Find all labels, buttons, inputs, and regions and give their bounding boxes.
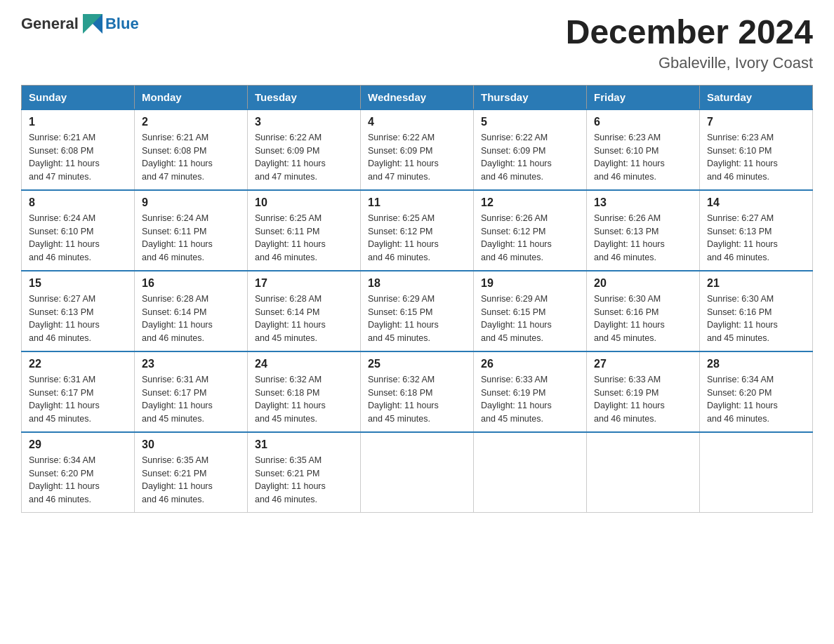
day-number: 10 [255,196,353,209]
calendar-day-cell: 22Sunrise: 6:31 AMSunset: 6:17 PMDayligh… [22,351,135,432]
day-info: Sunrise: 6:21 AMSunset: 6:08 PMDaylight:… [29,131,127,184]
calendar-day-cell [587,432,700,513]
day-number: 21 [707,277,805,290]
day-number: 27 [594,358,692,370]
day-info: Sunrise: 6:30 AMSunset: 6:16 PMDaylight:… [707,293,805,345]
calendar-week-row: 22Sunrise: 6:31 AMSunset: 6:17 PMDayligh… [22,351,813,432]
day-info: Sunrise: 6:27 AMSunset: 6:13 PMDaylight:… [707,212,805,264]
day-info: Sunrise: 6:28 AMSunset: 6:14 PMDaylight:… [142,293,240,345]
day-info: Sunrise: 6:29 AMSunset: 6:15 PMDaylight:… [368,293,466,345]
calendar-day-cell: 7Sunrise: 6:23 AMSunset: 6:10 PMDaylight… [700,109,813,190]
calendar-day-cell [361,432,474,513]
day-number: 22 [29,358,127,370]
day-number: 1 [29,116,127,128]
day-of-week-header: Sunday [22,85,135,109]
day-info: Sunrise: 6:22 AMSunset: 6:09 PMDaylight:… [481,131,579,184]
day-number: 14 [707,196,805,209]
day-number: 12 [481,196,579,209]
calendar-day-cell: 17Sunrise: 6:28 AMSunset: 6:14 PMDayligh… [248,271,361,351]
day-number: 17 [255,277,353,290]
day-info: Sunrise: 6:35 AMSunset: 6:21 PMDaylight:… [255,454,353,507]
day-number: 20 [594,277,692,290]
calendar-day-cell: 5Sunrise: 6:22 AMSunset: 6:09 PMDaylight… [474,109,587,190]
day-number: 25 [368,358,466,370]
day-number: 19 [481,277,579,290]
day-number: 30 [142,438,240,451]
day-info: Sunrise: 6:27 AMSunset: 6:13 PMDaylight:… [29,293,127,345]
day-number: 7 [707,116,805,128]
day-number: 4 [368,116,466,128]
day-number: 15 [29,277,127,290]
calendar-day-cell: 13Sunrise: 6:26 AMSunset: 6:13 PMDayligh… [587,190,700,271]
calendar-day-cell: 2Sunrise: 6:21 AMSunset: 6:08 PMDaylight… [135,109,248,190]
calendar-day-cell: 16Sunrise: 6:28 AMSunset: 6:14 PMDayligh… [135,271,248,351]
calendar-day-cell: 30Sunrise: 6:35 AMSunset: 6:21 PMDayligh… [135,432,248,513]
calendar-header-row: SundayMondayTuesdayWednesdayThursdayFrid… [22,85,813,109]
day-number: 23 [142,358,240,370]
day-number: 28 [707,358,805,370]
calendar-day-cell [474,432,587,513]
day-info: Sunrise: 6:34 AMSunset: 6:20 PMDaylight:… [29,454,127,507]
day-number: 3 [255,116,353,128]
day-number: 26 [481,358,579,370]
calendar-table: SundayMondayTuesdayWednesdayThursdayFrid… [21,85,813,513]
title-section: December 2024 Gbaleville, Ivory Coast [566,14,813,72]
day-of-week-header: Tuesday [248,85,361,109]
day-info: Sunrise: 6:32 AMSunset: 6:18 PMDaylight:… [255,373,353,426]
calendar-day-cell: 6Sunrise: 6:23 AMSunset: 6:10 PMDaylight… [587,109,700,190]
calendar-week-row: 29Sunrise: 6:34 AMSunset: 6:20 PMDayligh… [22,432,813,513]
day-info: Sunrise: 6:22 AMSunset: 6:09 PMDaylight:… [255,131,353,184]
calendar-day-cell: 20Sunrise: 6:30 AMSunset: 6:16 PMDayligh… [587,271,700,351]
day-number: 11 [368,196,466,209]
day-of-week-header: Monday [135,85,248,109]
calendar-day-cell: 26Sunrise: 6:33 AMSunset: 6:19 PMDayligh… [474,351,587,432]
calendar-day-cell: 27Sunrise: 6:33 AMSunset: 6:19 PMDayligh… [587,351,700,432]
calendar-day-cell: 28Sunrise: 6:34 AMSunset: 6:20 PMDayligh… [700,351,813,432]
calendar-week-row: 8Sunrise: 6:24 AMSunset: 6:10 PMDaylight… [22,190,813,271]
day-of-week-header: Saturday [700,85,813,109]
calendar-day-cell: 14Sunrise: 6:27 AMSunset: 6:13 PMDayligh… [700,190,813,271]
calendar-day-cell: 3Sunrise: 6:22 AMSunset: 6:09 PMDaylight… [248,109,361,190]
day-info: Sunrise: 6:29 AMSunset: 6:15 PMDaylight:… [481,293,579,345]
calendar-day-cell: 9Sunrise: 6:24 AMSunset: 6:11 PMDaylight… [135,190,248,271]
day-info: Sunrise: 6:26 AMSunset: 6:12 PMDaylight:… [481,212,579,264]
day-info: Sunrise: 6:26 AMSunset: 6:13 PMDaylight:… [594,212,692,264]
calendar-day-cell: 19Sunrise: 6:29 AMSunset: 6:15 PMDayligh… [474,271,587,351]
calendar-day-cell: 4Sunrise: 6:22 AMSunset: 6:09 PMDaylight… [361,109,474,190]
page-header: General Blue December 2024 Gbaleville, I… [21,14,813,72]
month-title: December 2024 [566,14,813,51]
day-number: 18 [368,277,466,290]
day-of-week-header: Friday [587,85,700,109]
day-of-week-header: Thursday [474,85,587,109]
day-number: 8 [29,196,127,209]
day-info: Sunrise: 6:22 AMSunset: 6:09 PMDaylight:… [368,131,466,184]
day-info: Sunrise: 6:31 AMSunset: 6:17 PMDaylight:… [29,373,127,426]
day-info: Sunrise: 6:24 AMSunset: 6:11 PMDaylight:… [142,212,240,264]
calendar-day-cell: 23Sunrise: 6:31 AMSunset: 6:17 PMDayligh… [135,351,248,432]
day-info: Sunrise: 6:25 AMSunset: 6:11 PMDaylight:… [255,212,353,264]
calendar-day-cell: 15Sunrise: 6:27 AMSunset: 6:13 PMDayligh… [22,271,135,351]
calendar-day-cell: 12Sunrise: 6:26 AMSunset: 6:12 PMDayligh… [474,190,587,271]
day-info: Sunrise: 6:28 AMSunset: 6:14 PMDaylight:… [255,293,353,345]
calendar-week-row: 15Sunrise: 6:27 AMSunset: 6:13 PMDayligh… [22,271,813,351]
day-number: 24 [255,358,353,370]
day-info: Sunrise: 6:30 AMSunset: 6:16 PMDaylight:… [594,293,692,345]
day-info: Sunrise: 6:33 AMSunset: 6:19 PMDaylight:… [481,373,579,426]
day-number: 2 [142,116,240,128]
day-info: Sunrise: 6:33 AMSunset: 6:19 PMDaylight:… [594,373,692,426]
day-info: Sunrise: 6:25 AMSunset: 6:12 PMDaylight:… [368,212,466,264]
day-number: 5 [481,116,579,128]
day-info: Sunrise: 6:34 AMSunset: 6:20 PMDaylight:… [707,373,805,426]
day-number: 13 [594,196,692,209]
day-info: Sunrise: 6:23 AMSunset: 6:10 PMDaylight:… [594,131,692,184]
day-info: Sunrise: 6:23 AMSunset: 6:10 PMDaylight:… [707,131,805,184]
calendar-day-cell: 31Sunrise: 6:35 AMSunset: 6:21 PMDayligh… [248,432,361,513]
logo-text-blue: Blue [105,15,139,33]
calendar-week-row: 1Sunrise: 6:21 AMSunset: 6:08 PMDaylight… [22,109,813,190]
calendar-day-cell [700,432,813,513]
logo: General Blue [21,14,139,34]
day-number: 29 [29,438,127,451]
calendar-day-cell: 8Sunrise: 6:24 AMSunset: 6:10 PMDaylight… [22,190,135,271]
calendar-day-cell: 21Sunrise: 6:30 AMSunset: 6:16 PMDayligh… [700,271,813,351]
calendar-day-cell: 1Sunrise: 6:21 AMSunset: 6:08 PMDaylight… [22,109,135,190]
